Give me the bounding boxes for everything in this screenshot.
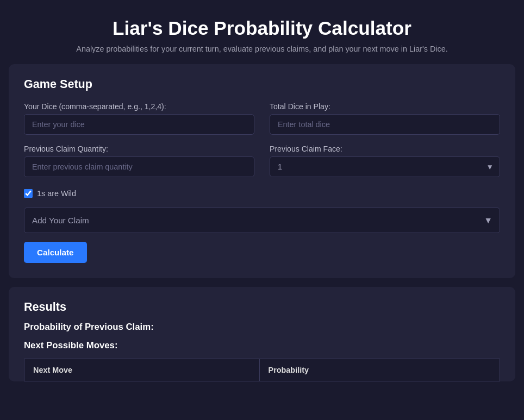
add-claim-wrapper: Add Your Claim ▼ [24, 208, 500, 233]
prev-claim-face-label: Previous Claim Face: [270, 145, 500, 153]
add-claim-select[interactable]: Add Your Claim [24, 208, 500, 233]
ones-wild-group: 1s are Wild [24, 187, 500, 198]
prev-claim-face-select[interactable]: 1 2 3 4 5 6 [270, 156, 500, 177]
total-dice-label: Total Dice in Play: [270, 102, 500, 111]
ones-wild-row: 1s are Wild [24, 189, 500, 198]
game-setup-card: Game Setup Your Dice (comma-separated, e… [9, 64, 515, 278]
game-setup-title: Game Setup [24, 77, 500, 91]
main-content: Game Setup Your Dice (comma-separated, e… [0, 64, 524, 381]
moves-table-header-row: Next Move Probability [24, 359, 500, 381]
prev-claim-qty-group: Previous Claim Quantity: [24, 145, 254, 177]
results-card: Results Probability of Previous Claim: N… [9, 287, 515, 381]
form-grid: Your Dice (comma-separated, e.g., 1,2,4)… [24, 102, 500, 233]
prob-prev-claim-label: Probability of Previous Claim: [24, 322, 500, 333]
add-claim-group: Add Your Claim ▼ [24, 208, 500, 233]
ones-wild-checkbox[interactable] [24, 189, 33, 198]
your-dice-group: Your Dice (comma-separated, e.g., 1,2,4)… [24, 102, 254, 135]
total-dice-input[interactable] [270, 114, 500, 135]
your-dice-label: Your Dice (comma-separated, e.g., 1,2,4)… [24, 102, 254, 111]
col-probability: Probability [259, 359, 500, 381]
ones-wild-label[interactable]: 1s are Wild [37, 189, 76, 198]
prev-claim-face-wrapper: 1 2 3 4 5 6 ▼ [270, 156, 500, 177]
total-dice-group: Total Dice in Play: [270, 102, 500, 135]
moves-table: Next Move Probability [24, 359, 500, 381]
prev-claim-face-group: Previous Claim Face: 1 2 3 4 5 6 ▼ [270, 145, 500, 177]
prev-claim-qty-label: Previous Claim Quantity: [24, 145, 254, 153]
your-dice-input[interactable] [24, 114, 254, 135]
col-next-move: Next Move [24, 359, 260, 381]
prev-claim-qty-input[interactable] [24, 156, 254, 177]
calculate-button[interactable]: Calculate [24, 242, 87, 263]
results-title: Results [24, 300, 500, 314]
next-moves-label: Next Possible Moves: [24, 340, 500, 351]
page-subtitle: Analyze probabilities for your current t… [11, 45, 513, 53]
moves-table-head: Next Move Probability [24, 359, 500, 381]
page-title: Liar's Dice Probability Calculator [11, 17, 513, 39]
page-header: Liar's Dice Probability Calculator Analy… [0, 0, 524, 64]
